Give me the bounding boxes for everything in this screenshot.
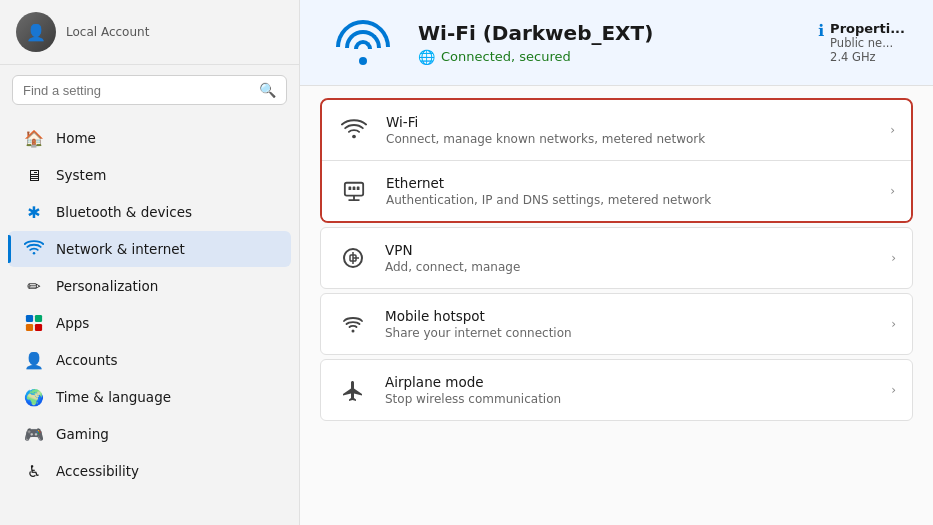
setting-item-hotspot[interactable]: Mobile hotspot Share your internet conne…: [320, 293, 913, 355]
chevron-right-icon: ›: [891, 383, 896, 397]
setting-name-wifi: Wi-Fi: [386, 114, 874, 130]
home-icon: 🏠: [24, 128, 44, 148]
setting-text-hotspot: Mobile hotspot Share your internet conne…: [385, 308, 875, 340]
properties-sub1: Public ne...: [830, 36, 905, 50]
sidebar-item-apps-label: Apps: [56, 315, 89, 331]
avatar: 👤: [16, 12, 56, 52]
setting-text-vpn: VPN Add, connect, manage: [385, 242, 875, 274]
user-info: Local Account: [66, 25, 149, 39]
svg-rect-9: [349, 186, 352, 190]
svg-rect-1: [26, 315, 33, 322]
setting-desc-vpn: Add, connect, manage: [385, 260, 875, 274]
setting-text-wifi: Wi-Fi Connect, manage known networks, me…: [386, 114, 874, 146]
status-text: Connected, secured: [441, 49, 571, 64]
sidebar-item-accessibility[interactable]: ♿ Accessibility: [8, 453, 291, 489]
gaming-icon: 🎮: [24, 424, 44, 444]
sidebar-item-gaming[interactable]: 🎮 Gaming: [8, 416, 291, 452]
airplane-setting-icon: [337, 374, 369, 406]
sidebar-item-accessibility-label: Accessibility: [56, 463, 139, 479]
sidebar-item-time-label: Time & language: [56, 389, 171, 405]
hotspot-setting-icon: [337, 308, 369, 340]
apps-icon: [24, 313, 44, 333]
svg-rect-4: [35, 324, 42, 331]
setting-desc-ethernet: Authentication, IP and DNS settings, met…: [386, 193, 874, 207]
svg-point-14: [352, 330, 355, 333]
setting-item-vpn[interactable]: VPN Add, connect, manage ›: [320, 227, 913, 289]
setting-item-wifi[interactable]: Wi-Fi Connect, manage known networks, me…: [322, 100, 911, 161]
connected-globe-icon: 🌐: [418, 49, 435, 65]
banner-title: Wi-Fi (Darkweb_EXT): [418, 21, 798, 45]
setting-item-ethernet[interactable]: Ethernet Authentication, IP and DNS sett…: [322, 161, 911, 221]
properties-label: Properti...: [830, 21, 905, 36]
sidebar-item-network[interactable]: Network & internet: [8, 231, 291, 267]
user-label: Local Account: [66, 25, 149, 39]
chevron-right-icon: ›: [891, 317, 896, 331]
search-box[interactable]: 🔍: [12, 75, 287, 105]
sidebar-item-accounts[interactable]: 👤 Accounts: [8, 342, 291, 378]
setting-name-vpn: VPN: [385, 242, 875, 258]
network-icon: [24, 239, 44, 259]
sidebar: 👤 Local Account 🔍 🏠 Home 🖥 System ✱ Blue…: [0, 0, 300, 525]
connection-banner: Wi-Fi (Darkweb_EXT) 🌐 Connected, secured…: [300, 0, 933, 86]
setting-text-ethernet: Ethernet Authentication, IP and DNS sett…: [386, 175, 874, 207]
chevron-right-icon: ›: [890, 123, 895, 137]
sidebar-item-bluetooth-label: Bluetooth & devices: [56, 204, 192, 220]
svg-rect-11: [357, 186, 360, 190]
setting-desc-hotspot: Share your internet connection: [385, 326, 875, 340]
banner-status: 🌐 Connected, secured: [418, 49, 798, 65]
wifi-setting-icon: [338, 114, 370, 146]
setting-name-ethernet: Ethernet: [386, 175, 874, 191]
bluetooth-icon: ✱: [24, 202, 44, 222]
sidebar-item-system-label: System: [56, 167, 106, 183]
highlighted-settings-group: Wi-Fi Connect, manage known networks, me…: [320, 98, 913, 223]
svg-rect-2: [35, 315, 42, 322]
sidebar-item-accounts-label: Accounts: [56, 352, 118, 368]
chevron-right-icon: ›: [890, 184, 895, 198]
settings-list: Wi-Fi Connect, manage known networks, me…: [300, 86, 933, 435]
user-section: 👤 Local Account: [0, 0, 299, 65]
nav-list: 🏠 Home 🖥 System ✱ Bluetooth & devices Ne…: [0, 115, 299, 525]
vpn-setting-icon: [337, 242, 369, 274]
svg-point-0: [33, 252, 36, 255]
wifi-dot: [359, 57, 367, 65]
setting-desc-airplane: Stop wireless communication: [385, 392, 875, 406]
sidebar-item-apps[interactable]: Apps: [8, 305, 291, 341]
main-content: Wi-Fi (Darkweb_EXT) 🌐 Connected, secured…: [300, 0, 933, 525]
setting-item-airplane[interactable]: Airplane mode Stop wireless communicatio…: [320, 359, 913, 421]
sidebar-item-home-label: Home: [56, 130, 96, 146]
sidebar-item-gaming-label: Gaming: [56, 426, 109, 442]
setting-name-airplane: Airplane mode: [385, 374, 875, 390]
chevron-right-icon: ›: [891, 251, 896, 265]
svg-rect-10: [353, 186, 356, 190]
sidebar-item-network-label: Network & internet: [56, 241, 185, 257]
sidebar-item-bluetooth[interactable]: ✱ Bluetooth & devices: [8, 194, 291, 230]
ethernet-setting-icon: [338, 175, 370, 207]
setting-desc-wifi: Connect, manage known networks, metered …: [386, 132, 874, 146]
banner-info: Wi-Fi (Darkweb_EXT) 🌐 Connected, secured: [418, 21, 798, 65]
sidebar-item-personalization[interactable]: ✏️ Personalization: [8, 268, 291, 304]
properties-sub2: 2.4 GHz: [830, 50, 905, 64]
personalization-icon: ✏️: [24, 276, 44, 296]
accounts-icon: 👤: [24, 350, 44, 370]
search-icon: 🔍: [259, 82, 276, 98]
time-icon: 🌍: [24, 387, 44, 407]
svg-rect-3: [26, 324, 33, 331]
svg-point-5: [352, 135, 356, 139]
accessibility-icon: ♿: [24, 461, 44, 481]
sidebar-item-home[interactable]: 🏠 Home: [8, 120, 291, 156]
sidebar-item-time[interactable]: 🌍 Time & language: [8, 379, 291, 415]
setting-text-airplane: Airplane mode Stop wireless communicatio…: [385, 374, 875, 406]
sidebar-item-system[interactable]: 🖥 System: [8, 157, 291, 193]
setting-name-hotspot: Mobile hotspot: [385, 308, 875, 324]
properties-details: Properti... Public ne... 2.4 GHz: [830, 21, 905, 64]
search-input[interactable]: [23, 83, 251, 98]
system-icon: 🖥: [24, 165, 44, 185]
sidebar-item-personalization-label: Personalization: [56, 278, 158, 294]
info-icon[interactable]: ℹ️: [818, 21, 824, 40]
wifi-icon-large: [328, 20, 398, 65]
properties-panel: ℹ️ Properti... Public ne... 2.4 GHz: [818, 21, 905, 64]
